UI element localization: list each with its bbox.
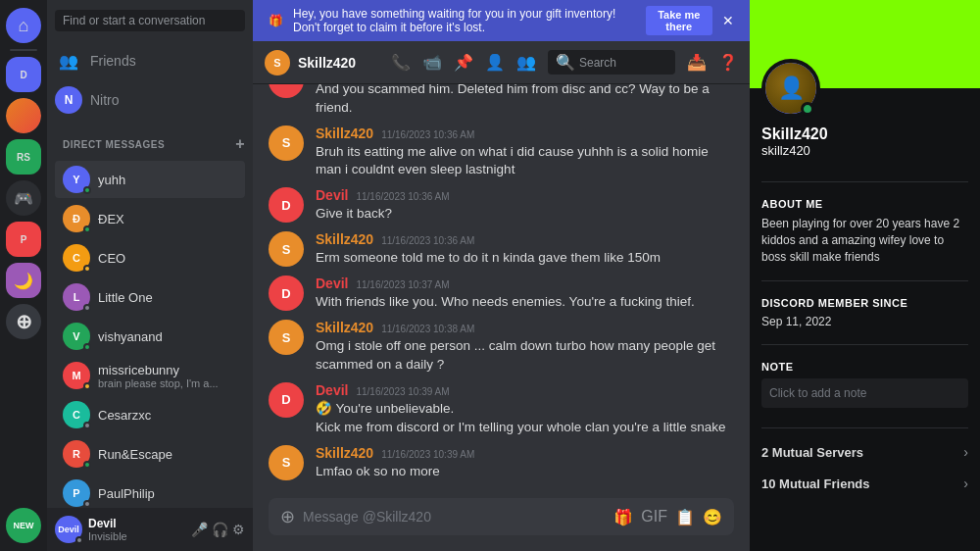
mutual-friends-chevron: › [963, 476, 968, 491]
message-text: Lmfao ok so no more [316, 463, 734, 481]
add-friend-icon[interactable]: 👤 [485, 53, 505, 72]
mutual-friends-item[interactable]: 10 Mutual Friends › [750, 468, 980, 499]
server-icon-7[interactable]: ⊕ [6, 304, 41, 339]
message-avatar: S [269, 320, 304, 355]
message-input[interactable] [303, 509, 606, 525]
message-6: D Devil 11/16/2023 10:37 AM With friends… [253, 274, 750, 314]
nitro-item[interactable]: N Nitro [47, 80, 253, 120]
dm-item-ðex[interactable]: Ð ÐEX [55, 200, 245, 237]
message-2: D Devil 11/16/2023 10:35 AM And you scam… [253, 84, 750, 120]
add-attachment-icon[interactable]: ⊕ [280, 506, 295, 527]
message-author: Skillz420 [316, 445, 373, 461]
add-dm-button[interactable]: + [235, 135, 245, 153]
server-divider [10, 49, 37, 51]
dm-section-title: DIRECT MESSAGES [63, 139, 165, 150]
profile-avatar-area: 👤 [750, 59, 980, 118]
gif-icon[interactable]: GIF [641, 508, 667, 526]
note-input[interactable]: Click to add a note [761, 378, 968, 408]
dm-item-cesarzxc[interactable]: C Cesarzxc [55, 396, 245, 433]
server-icon-4[interactable]: 🎮 [6, 180, 41, 216]
chat-recipient-avatar: S [265, 50, 290, 75]
banner-close-button[interactable]: ✕ [722, 13, 734, 28]
mutual-servers-chevron: › [963, 444, 968, 460]
dm-item-ceo[interactable]: C CEO [55, 239, 245, 276]
server-icon-2[interactable] [6, 98, 41, 133]
profile-divider-3 [761, 344, 968, 345]
friends-icon: 👥 [55, 47, 82, 75]
dm-section-header: DIRECT MESSAGES + [47, 120, 253, 157]
pin-icon[interactable]: 📌 [454, 53, 473, 72]
dm-name-wrapper: Little One [98, 290, 153, 305]
dm-status [83, 500, 91, 508]
message-author: Devil [316, 276, 348, 291]
dm-status [83, 186, 91, 194]
friends-item[interactable]: 👥 Friends [47, 41, 253, 80]
dm-item-vishyanand[interactable]: V vishyanand [55, 318, 245, 355]
dm-avatar: M [63, 362, 90, 389]
message-avatar: S [269, 125, 304, 161]
settings-icon[interactable]: ⚙ [232, 522, 245, 537]
message-text: Omg i stole off one person ... calm down… [316, 337, 734, 375]
call-icon[interactable]: 📞 [391, 53, 411, 72]
mutual-servers-item[interactable]: 2 Mutual Servers › [750, 436, 980, 468]
user-area: Devil Devil Invisible 🎤 🎧 ⚙ [47, 508, 253, 551]
message-time: 11/16/2023 10:39 AM [356, 386, 449, 397]
chat-search-box[interactable]: 🔍 Search [548, 50, 675, 75]
home-icon[interactable]: ⌂ [6, 8, 41, 43]
profile-panel: 👤 Skillz420 skillz420 ABOUT ME Been play… [750, 0, 980, 551]
dm-status [83, 382, 91, 390]
dm-name: vishyanand [98, 329, 163, 344]
dm-name: yuhh [98, 173, 125, 187]
message-text: Erm someone told me to do it n kinda gav… [316, 249, 734, 268]
message-input-area: ⊕ 🎁 GIF 📋 😊 [253, 498, 750, 551]
current-usertag: Invisible [88, 530, 185, 542]
inbox-icon[interactable]: 📥 [687, 53, 707, 72]
message-content: Devil 11/16/2023 10:37 AM With friends l… [316, 276, 734, 312]
dm-search-box[interactable]: Find or start a conversation [55, 10, 245, 31]
profile-status-dot [801, 102, 814, 116]
profile-divider-1 [761, 181, 968, 182]
dm-name: Run&Escape [98, 447, 172, 462]
dm-avatar: P [63, 479, 90, 507]
server-icon-5[interactable]: P [6, 222, 41, 257]
gift-input-icon[interactable]: 🎁 [613, 508, 633, 526]
server-icon-6[interactable]: 🌙 [6, 263, 41, 298]
user-info: Devil Invisible [88, 517, 185, 542]
member-list-icon[interactable]: 👥 [516, 53, 536, 72]
message-text: 🤣 You're unbelievable. [316, 400, 734, 419]
chat-recipient-name: Skillz420 [298, 55, 356, 71]
new-badge[interactable]: NEW [6, 508, 41, 543]
message-header: Skillz420 11/16/2023 10:39 AM [316, 445, 734, 461]
server-icon-1[interactable]: D [6, 57, 41, 92]
chat-header: S Skillz420 📞 📹 📌 👤 👥 🔍 Search 📥 ❓ [253, 41, 750, 84]
message-text: Give it back? [316, 205, 734, 224]
video-icon[interactable]: 📹 [422, 53, 442, 72]
note-title: NOTE [761, 361, 968, 373]
dm-sub: brain please stop, I'm a... [98, 377, 219, 389]
message-author: Skillz420 [316, 125, 373, 141]
message-content: Skillz420 11/16/2023 10:36 AM Erm someon… [316, 231, 734, 268]
about-me-text: Been playing for over 20 years have 2 ki… [761, 216, 968, 265]
dm-item-missricebunny[interactable]: M missricebunny brain please stop, I'm a… [55, 357, 245, 394]
message-avatar: D [269, 382, 304, 418]
help-icon[interactable]: ❓ [718, 53, 738, 72]
dm-item-paulphilip[interactable]: P PaulPhilip [55, 475, 245, 508]
profile-username: Skillz420 [761, 125, 968, 143]
emoji-icon[interactable]: 😊 [703, 508, 722, 526]
message-7: S Skillz420 11/16/2023 10:38 AM Omg i st… [253, 318, 750, 376]
message-time: 11/16/2023 10:36 AM [381, 235, 474, 246]
server-icon-3[interactable]: RS [6, 139, 41, 175]
profile-note-section: NOTE Click to add a note [750, 353, 980, 420]
claim-button[interactable]: Take me there [646, 6, 712, 35]
deafen-icon[interactable]: 🎧 [212, 522, 228, 537]
dm-item-little one[interactable]: L Little One [55, 278, 245, 316]
sticker-icon[interactable]: 📋 [675, 508, 695, 526]
mute-icon[interactable]: 🎤 [191, 522, 208, 537]
dm-name-wrapper: Cesarzxc [98, 408, 151, 423]
dm-item-yuhh[interactable]: Y yuhh [55, 161, 245, 198]
dm-item-run&escape[interactable]: R Run&Escape [55, 435, 245, 473]
mutual-servers-label: 2 Mutual Servers [761, 445, 863, 460]
message-5: S Skillz420 11/16/2023 10:36 AM Erm some… [253, 229, 750, 270]
dm-avatar: V [63, 323, 90, 350]
member-since-date: Sep 11, 2022 [761, 315, 968, 328]
